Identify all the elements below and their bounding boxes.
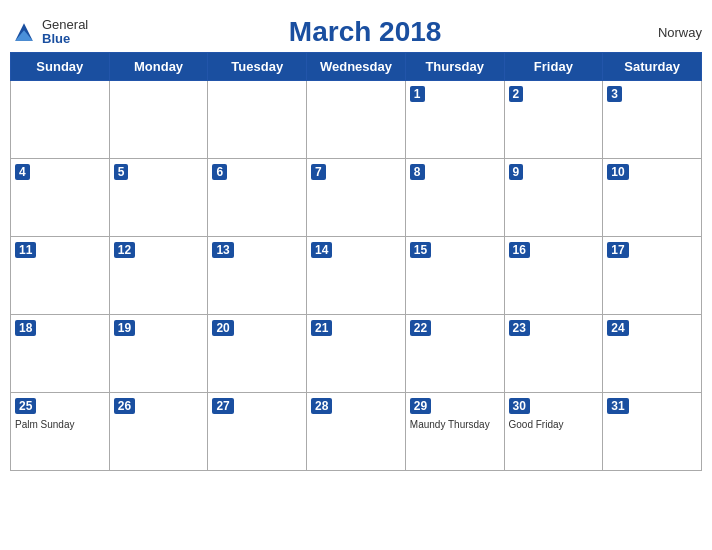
calendar-week-row: 25Palm Sunday26272829Maundy Thursday30Go…: [11, 393, 702, 471]
calendar-container: General Blue March 2018 Norway Sunday Mo…: [10, 10, 702, 471]
date-number: 9: [509, 164, 524, 180]
date-number: 8: [410, 164, 425, 180]
date-number: 23: [509, 320, 530, 336]
date-number: 24: [607, 320, 628, 336]
header-wednesday: Wednesday: [307, 53, 406, 81]
calendar-cell: 6: [208, 159, 307, 237]
calendar-cell: 18: [11, 315, 110, 393]
calendar-cell: 5: [109, 159, 208, 237]
calendar-cell: [307, 81, 406, 159]
calendar-cell: 11: [11, 237, 110, 315]
date-number: 2: [509, 86, 524, 102]
date-number: 21: [311, 320, 332, 336]
date-number: 14: [311, 242, 332, 258]
date-number: 4: [15, 164, 30, 180]
date-number: 13: [212, 242, 233, 258]
calendar-cell: 3: [603, 81, 702, 159]
calendar-cell: 12: [109, 237, 208, 315]
calendar-cell: 1: [405, 81, 504, 159]
date-number: 3: [607, 86, 622, 102]
logo-general-text: General: [42, 18, 88, 32]
calendar-week-row: 11121314151617: [11, 237, 702, 315]
logo-icon: [10, 18, 38, 46]
holiday-label: Good Friday: [509, 418, 599, 431]
date-number: 18: [15, 320, 36, 336]
calendar-cell: 15: [405, 237, 504, 315]
calendar-cell: 21: [307, 315, 406, 393]
calendar-title: March 2018: [88, 16, 642, 48]
calendar-week-row: 18192021222324: [11, 315, 702, 393]
date-number: 20: [212, 320, 233, 336]
calendar-grid: Sunday Monday Tuesday Wednesday Thursday…: [10, 52, 702, 471]
date-number: 1: [410, 86, 425, 102]
calendar-cell: 30Good Friday: [504, 393, 603, 471]
date-number: 29: [410, 398, 431, 414]
calendar-cell: 17: [603, 237, 702, 315]
date-number: 25: [15, 398, 36, 414]
header-saturday: Saturday: [603, 53, 702, 81]
date-number: 17: [607, 242, 628, 258]
calendar-cell: 31: [603, 393, 702, 471]
logo-text: General Blue: [42, 18, 88, 47]
calendar-cell: [109, 81, 208, 159]
date-number: 6: [212, 164, 227, 180]
calendar-cell: 4: [11, 159, 110, 237]
calendar-cell: 25Palm Sunday: [11, 393, 110, 471]
date-number: 22: [410, 320, 431, 336]
logo-blue-text: Blue: [42, 32, 88, 46]
date-number: 27: [212, 398, 233, 414]
date-number: 12: [114, 242, 135, 258]
date-number: 7: [311, 164, 326, 180]
country-label: Norway: [642, 25, 702, 40]
holiday-label: Maundy Thursday: [410, 418, 500, 431]
calendar-cell: [208, 81, 307, 159]
date-number: 30: [509, 398, 530, 414]
header-tuesday: Tuesday: [208, 53, 307, 81]
calendar-cell: 9: [504, 159, 603, 237]
weekday-header-row: Sunday Monday Tuesday Wednesday Thursday…: [11, 53, 702, 81]
calendar-cell: [11, 81, 110, 159]
header-friday: Friday: [504, 53, 603, 81]
date-number: 16: [509, 242, 530, 258]
header-thursday: Thursday: [405, 53, 504, 81]
header-sunday: Sunday: [11, 53, 110, 81]
date-number: 10: [607, 164, 628, 180]
date-number: 5: [114, 164, 129, 180]
calendar-cell: 19: [109, 315, 208, 393]
calendar-cell: 10: [603, 159, 702, 237]
calendar-cell: 26: [109, 393, 208, 471]
calendar-cell: 28: [307, 393, 406, 471]
calendar-cell: 2: [504, 81, 603, 159]
calendar-week-row: 123: [11, 81, 702, 159]
calendar-cell: 7: [307, 159, 406, 237]
calendar-cell: 20: [208, 315, 307, 393]
calendar-cell: 22: [405, 315, 504, 393]
date-number: 19: [114, 320, 135, 336]
calendar-cell: 27: [208, 393, 307, 471]
header-monday: Monday: [109, 53, 208, 81]
date-number: 26: [114, 398, 135, 414]
calendar-header: General Blue March 2018 Norway: [10, 10, 702, 52]
calendar-cell: 8: [405, 159, 504, 237]
calendar-cell: 24: [603, 315, 702, 393]
calendar-cell: 13: [208, 237, 307, 315]
date-number: 31: [607, 398, 628, 414]
date-number: 11: [15, 242, 36, 258]
calendar-week-row: 45678910: [11, 159, 702, 237]
calendar-cell: 23: [504, 315, 603, 393]
date-number: 28: [311, 398, 332, 414]
date-number: 15: [410, 242, 431, 258]
logo-area: General Blue: [10, 18, 88, 47]
calendar-cell: 29Maundy Thursday: [405, 393, 504, 471]
holiday-label: Palm Sunday: [15, 418, 105, 431]
calendar-cell: 16: [504, 237, 603, 315]
calendar-cell: 14: [307, 237, 406, 315]
